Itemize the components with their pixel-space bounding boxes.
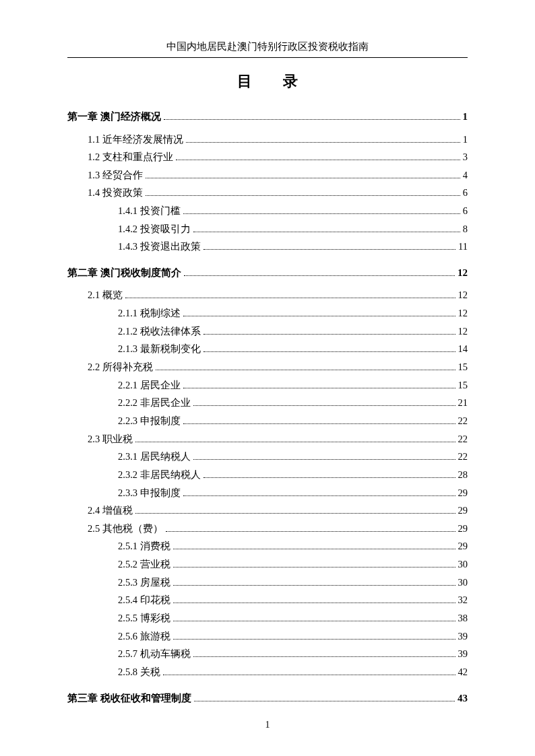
toc-entry-page: 32 [458, 592, 468, 609]
toc-entry: 2.1.1 税制综述12 [67, 305, 468, 322]
toc-entry-label: 2.5.2 营业税 [118, 556, 170, 573]
toc-entry: 1.4.3 投资退出政策11 [67, 238, 468, 255]
toc-leader [203, 240, 455, 250]
toc-entry: 2.5.1 消费税29 [67, 538, 468, 555]
toc-leader [186, 133, 460, 142]
toc-leader [183, 307, 455, 316]
toc-entry-page: 11 [458, 238, 468, 255]
toc-entry-label: 2.5.7 机动车辆税 [118, 646, 191, 662]
toc-leader [135, 504, 455, 514]
toc-entry-page: 22 [458, 448, 468, 465]
toc-entry-page: 12 [458, 323, 468, 340]
toc-entry-label: 1.4.1 投资门槛 [118, 203, 181, 219]
toc-leader [163, 666, 455, 675]
toc-entry-page: 1 [463, 108, 468, 126]
toc-entry-label: 第二章 澳门税收制度简介 [67, 265, 181, 282]
toc-leader [183, 486, 455, 495]
toc-leader [173, 558, 455, 568]
toc-entry: 第二章 澳门税收制度简介12 [67, 265, 468, 282]
toc-entry: 1.1 近年经济发展情况1 [67, 131, 468, 148]
toc-entry-label: 2.5.1 消费税 [118, 538, 170, 555]
toc-entry: 1.4 投资政策6 [67, 184, 468, 201]
toc-entry-label: 2.5.3 房屋税 [118, 574, 170, 591]
toc-entry: 2.2.2 非居民企业21 [67, 394, 468, 411]
toc-entry-label: 2.3 职业税 [88, 431, 133, 448]
toc-entry-label: 2.1.2 税收法律体系 [118, 323, 201, 340]
toc-leader [166, 522, 455, 532]
toc-entry-label: 2.1.3 最新税制变化 [118, 341, 201, 357]
document-page: 中国内地居民赴澳门特别行政区投资税收指南 目 录 第一章 澳门经济概况11.1 … [0, 0, 535, 756]
toc-entry-page: 29 [458, 502, 468, 519]
toc-leader [193, 648, 455, 657]
toc-leader [203, 343, 455, 352]
toc-entry: 2.2.1 居民企业15 [67, 377, 468, 394]
toc-entry-label: 2.1 概览 [88, 287, 123, 304]
toc-entry: 1.2 支柱和重点行业3 [67, 149, 468, 166]
toc-entry-page: 8 [463, 221, 468, 238]
toc-leader [183, 415, 455, 424]
toc-leader [146, 186, 460, 196]
toc-entry-label: 第一章 澳门经济概况 [67, 108, 161, 126]
toc-entry-page: 21 [458, 394, 468, 411]
toc-leader [173, 612, 455, 621]
toc-entry-label: 2.2.2 非居民企业 [118, 394, 191, 411]
toc-entry-label: 2.1.1 税制综述 [118, 305, 181, 322]
toc-leader [135, 433, 455, 442]
toc-entry-page: 1 [463, 131, 468, 148]
toc-entry: 1.3 经贸合作4 [67, 167, 468, 184]
toc-leader [173, 630, 455, 640]
toc-entry-page: 3 [463, 149, 468, 166]
toc-entry-label: 2.2 所得补充税 [88, 359, 153, 376]
toc-leader [203, 469, 455, 478]
toc-entry-label: 第三章 税收征收和管理制度 [67, 690, 191, 708]
toc-leader [193, 450, 455, 460]
toc-entry-label: 1.2 支柱和重点行业 [88, 149, 173, 166]
toc-entry-label: 2.2.1 居民企业 [118, 377, 181, 394]
page-header: 中国内地居民赴澳门特别行政区投资税收指南 [67, 40, 468, 53]
toc-leader [203, 325, 455, 335]
toc-entry: 2.3.2 非居民纳税人28 [67, 467, 468, 483]
toc-entry-page: 39 [458, 628, 468, 645]
toc-entry-page: 6 [463, 203, 468, 219]
toc-leader [156, 361, 455, 370]
toc-entry: 2.2.3 申报制度22 [67, 413, 468, 429]
toc-leader [194, 691, 455, 701]
toc-entry: 2.5 其他税（费）29 [67, 520, 468, 537]
toc-entry-page: 15 [458, 359, 468, 376]
toc-entry-label: 2.4 增值税 [88, 502, 133, 519]
toc-entry: 2.1 概览12 [67, 287, 468, 304]
toc-entry-label: 1.4 投资政策 [88, 184, 143, 201]
toc-leader [176, 151, 460, 160]
toc-entry: 2.5.7 机动车辆税39 [67, 646, 468, 662]
toc-leader [146, 169, 460, 178]
toc-leader [193, 223, 460, 232]
toc-leader [184, 266, 455, 276]
toc-entry-page: 42 [458, 664, 468, 681]
toc-entry-page: 15 [458, 377, 468, 394]
toc-entry: 2.4 增值税29 [67, 502, 468, 519]
toc-entry: 1.4.2 投资吸引力8 [67, 221, 468, 238]
toc-entry: 2.2 所得补充税15 [67, 359, 468, 376]
toc-entry-page: 22 [458, 413, 468, 429]
toc-entry-page: 39 [458, 646, 468, 662]
toc-entry: 2.5.5 博彩税38 [67, 610, 468, 627]
toc-leader [173, 576, 455, 586]
toc-leader [183, 205, 460, 214]
toc-entry-page: 30 [458, 556, 468, 573]
toc-entry: 2.5.3 房屋税30 [67, 574, 468, 591]
toc-leader [173, 594, 455, 603]
toc-entry-label: 2.3.2 非居民纳税人 [118, 467, 201, 483]
toc-entry: 2.5.2 营业税30 [67, 556, 468, 573]
toc-entry-label: 1.4.3 投资退出政策 [118, 238, 201, 255]
toc-entry-page: 29 [458, 520, 468, 537]
toc-entry-label: 2.5.8 关税 [118, 664, 160, 681]
toc-entry: 2.1.2 税收法律体系12 [67, 323, 468, 340]
toc-title: 目 录 [67, 71, 468, 92]
toc-leader [125, 289, 455, 298]
toc-entry-page: 22 [458, 431, 468, 448]
page-number: 1 [0, 720, 535, 730]
toc-entry: 2.3 职业税22 [67, 431, 468, 448]
header-divider [67, 57, 468, 58]
toc-entry-label: 2.5.4 印花税 [118, 592, 170, 609]
toc-entry: 第三章 税收征收和管理制度43 [67, 690, 468, 708]
